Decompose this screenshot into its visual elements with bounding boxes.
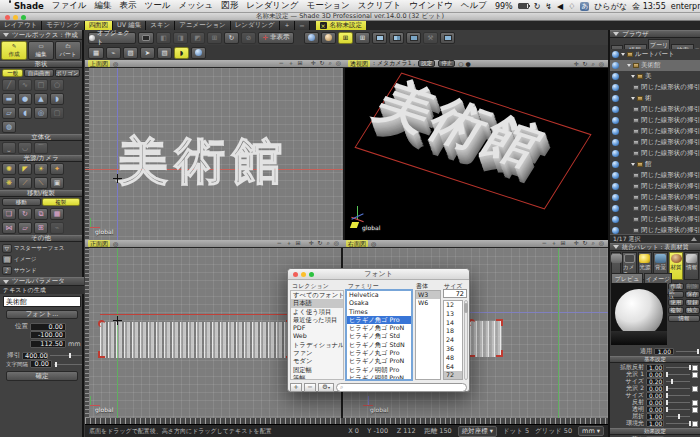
size-item[interactable]: 12 [444,301,462,310]
tree-row-shape[interactable]: 閉じた線形状の掃引 [610,225,700,234]
visibility-sphere-icon[interactable] [612,106,619,113]
array-tool-button[interactable]: ⊞ [207,32,222,44]
diffuse-slider[interactable] [666,367,690,368]
bluetooth-icon[interactable]: ↯ [545,2,552,11]
axis-display-button[interactable]: ✛非表示 [258,32,294,44]
coordinate-mode-select[interactable]: 絶対座標▾ [458,426,497,437]
collection-item[interactable]: 等幅 [291,374,343,380]
move-copy-section-header[interactable]: 移動/複製 [0,190,82,197]
link-tool-button[interactable]: ⊘ [241,32,256,44]
close-window-button[interactable] [5,15,10,20]
magnet-snap-button[interactable]: ⌁ [106,47,121,59]
layer-toggle-icon[interactable]: ◎ [113,60,118,67]
area-light-icon[interactable]: ✦ [50,163,64,175]
visibility-sphere-icon[interactable] [612,128,619,135]
object-mode-button[interactable]: オブジェクト [88,32,136,44]
tab-animation[interactable]: アニメーション [175,21,230,30]
boolean-tool-button-2[interactable]: ◨ [173,32,188,44]
size-item[interactable]: 18 [444,327,462,336]
visibility-sphere-icon[interactable] [612,117,619,124]
single-view-button[interactable] [372,32,387,44]
tree-row-shape[interactable]: 閉じた線形状の掃引 [610,214,700,225]
primitive-plane-icon[interactable]: ▱ [2,107,16,119]
primitive-cylinder-icon[interactable]: ◗ [50,93,64,105]
menu-motion[interactable]: モーション [306,0,349,12]
face-item[interactable]: W6 [416,299,440,307]
menu-mesh[interactable]: メッシュ [178,0,213,12]
family-item-selected[interactable]: ヒラギノ角ゴ Pro [347,316,411,324]
path-light-icon[interactable]: ⟍ [34,177,48,189]
expander-icon[interactable] [631,97,635,100]
ambient-slider[interactable] [666,423,690,424]
tree-row-part[interactable]: 館 [610,159,700,170]
copy-scale-icon[interactable]: ⧉ [34,208,48,220]
size-item[interactable]: 13 [444,310,462,319]
spot-light-icon[interactable]: ◤ [18,163,32,175]
size1-field[interactable]: 0.20 [646,378,664,385]
visibility-sphere-icon[interactable] [612,139,619,146]
family-item[interactable]: ヒラギノ丸ゴ Pro [347,349,411,357]
visibility-sphere-icon[interactable] [612,227,619,234]
side-view-label[interactable]: 右面図 [346,240,368,247]
linear-light-icon[interactable]: ⟋ [18,177,32,189]
text-sweep-tool-button[interactable]: ◗ [174,47,189,59]
tree-row-shape[interactable]: 閉じた線形状の掃引 [610,115,700,126]
remove-collection-button[interactable]: − [304,383,316,392]
ambient-field[interactable]: 1.00 [646,420,664,427]
visibility-sphere-icon[interactable] [612,73,619,80]
pointer-tool-button[interactable]: ➤ [140,47,155,59]
visibility-sphere-icon[interactable] [612,183,619,190]
tab-modeling[interactable]: モデリング [42,21,84,30]
family-item[interactable]: ヒラギノ角ゴ StdN [347,341,411,349]
camera-settings-button[interactable]: 設定 [418,60,435,67]
toolbox-header[interactable]: ツールボックス : 作成 [0,30,82,40]
tab-layout[interactable]: レイアウト [0,21,42,30]
menu-edit[interactable]: 編集 [95,0,112,12]
apply-field[interactable]: 1.00 [654,348,674,355]
copy-mirror-icon[interactable]: ⋈ [2,222,16,234]
layer-toggle-icon[interactable]: ◎ [113,240,118,247]
minimize-window-button[interactable] [13,15,18,20]
tree-row-root[interactable]: ルートパート [610,49,700,60]
camera-name-label[interactable]: : メタカメラ1 , [373,59,415,68]
size2-field[interactable]: 0.00 [646,392,664,399]
primitive-capsule-icon[interactable]: ◖ [18,107,32,119]
visibility-sphere-icon[interactable] [612,194,619,201]
subtab-move[interactable]: 移動 [2,198,41,206]
text-input[interactable] [3,296,81,307]
copy-extra-icon[interactable]: ⌁ [50,222,64,234]
solid-section-header[interactable]: 立体化 [0,134,82,141]
tree-row-shape[interactable]: 閉じた線形状の掃引 [610,181,700,192]
tree-row-shape[interactable]: 閉じた線形状の掃引 [610,126,700,137]
reflection-field[interactable]: 0.00 [646,399,664,406]
position-z-field[interactable]: 112.50 [30,340,66,348]
copy-array-icon[interactable]: ▦ [50,208,64,220]
family-item[interactable]: Times [347,308,411,316]
subtab-copy[interactable]: 複製 [42,198,81,206]
diffuse-color-swatch[interactable] [692,365,698,371]
tab-remove-button[interactable]: − [295,21,309,30]
gloss1-slider[interactable] [666,374,690,375]
primitive-cone-icon[interactable]: ▲ [34,93,48,105]
size-item[interactable]: 36 [444,345,462,354]
unit-select[interactable]: mm▾ [578,426,604,436]
visibility-sphere-icon[interactable] [612,62,619,69]
visibility-sphere-icon[interactable] [612,51,619,58]
visibility-sphere-icon[interactable] [612,84,619,91]
distant-light-icon[interactable]: ☀ [34,163,48,175]
menu-app[interactable]: Shade [14,1,44,11]
sweep-slider[interactable] [50,355,82,356]
zoom-out-controls[interactable]: − ＋ ⊞ [279,59,304,66]
collection-item[interactable]: ファン [291,349,343,357]
visibility-sphere-icon[interactable] [612,172,619,179]
ambient-color-swatch[interactable] [692,421,698,427]
scrollbar-thumb[interactable] [464,303,468,313]
collection-item[interactable]: モダン [291,357,343,365]
family-item[interactable]: ヒラギノ角ゴ ProN [347,324,411,332]
primitive-torus-icon[interactable]: ◎ [34,107,48,119]
palette-header[interactable]: 統合パレット : 表面材質 [610,243,700,251]
other-section-header[interactable]: その他 [0,235,82,242]
primitive-disabled-icon[interactable]: ▢ [50,107,64,119]
master-surface-item[interactable]: 🜄マスターサーフェス [0,242,82,253]
family-item[interactable]: ヒラギノ角ゴ Std [347,332,411,340]
